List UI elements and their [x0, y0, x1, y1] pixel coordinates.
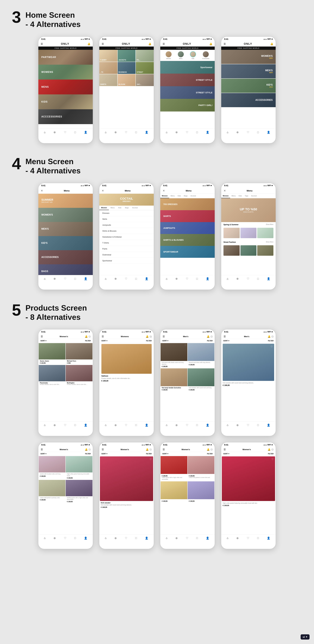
bag-nav-icon[interactable]: □: [74, 277, 76, 280]
mg-item-1[interactable]: [224, 228, 240, 238]
home-nav-icon[interactable]: ⌂: [166, 536, 168, 540]
big-cat-sportswear[interactable]: Sportswear: [160, 61, 215, 74]
search-nav-icon[interactable]: ⊕: [176, 277, 178, 280]
heart-nav-icon[interactable]: ♡: [186, 424, 188, 427]
product-card-4[interactable]: ♡ € 169,95: [188, 481, 214, 503]
gc-shirts[interactable]: SHIRTS: [99, 74, 117, 86]
bag-nav-icon[interactable]: □: [196, 277, 198, 280]
heart-nav-icon[interactable]: ♡: [247, 277, 249, 280]
product-image-large[interactable]: ♡: [100, 456, 153, 501]
tab-bags[interactable]: Bags: [123, 206, 130, 210]
mc-accessories[interactable]: ACCESSORIES: [38, 250, 93, 264]
dc-womens[interactable]: WOMEN'S NEW: [221, 50, 276, 64]
home-nav-icon[interactable]: ⌂: [105, 131, 106, 134]
heart-icon[interactable]: ♡: [62, 481, 64, 483]
tab-menu[interactable]: Menu: [230, 194, 237, 198]
ml-shirts-blouses[interactable]: Shirts & Blouses: [99, 228, 154, 234]
heart-nav-icon[interactable]: ♡: [247, 131, 249, 134]
cn-women[interactable]: Women: [166, 51, 172, 59]
dc-accessories[interactable]: ACCESSORIES: [221, 93, 276, 107]
hamburger-icon[interactable]: ☰: [163, 448, 165, 451]
bag-nav-icon[interactable]: □: [196, 424, 198, 427]
home-nav-icon[interactable]: ⌂: [227, 536, 228, 540]
profile-nav-icon[interactable]: 👤: [84, 277, 87, 280]
filter-button[interactable]: FILTER: [207, 340, 212, 342]
heart-icon[interactable]: ♡: [270, 345, 273, 348]
product-card-2[interactable]: ♡ High collar jacket featuring removable…: [66, 456, 92, 480]
category-womens[interactable]: WOMENS: [38, 65, 93, 80]
heart-nav-icon[interactable]: ♡: [125, 131, 127, 134]
gc-tshirt[interactable]: T-SHIRT: [99, 50, 117, 62]
profile-nav-icon[interactable]: 👤: [206, 424, 209, 427]
heart-nav-icon[interactable]: ♡: [64, 536, 66, 540]
tab-accesd[interactable]: Accesd: [189, 194, 198, 198]
heart-nav-icon[interactable]: ♡: [247, 536, 249, 540]
tab-tags[interactable]: Tags: [243, 194, 250, 198]
hamburger-icon[interactable]: ☰: [163, 42, 165, 45]
heart-nav-icon[interactable]: ♡: [186, 277, 188, 280]
bag-nav-icon[interactable]: □: [135, 424, 137, 427]
profile-nav-icon[interactable]: 👤: [84, 424, 87, 427]
hamburger-icon[interactable]: ☰: [163, 335, 165, 338]
big-cat-party[interactable]: PARTY GIRL!: [160, 99, 215, 112]
cn-kids[interactable]: Kids: [190, 51, 196, 59]
category-accessories[interactable]: ACCCESSORIES: [38, 109, 93, 124]
tab-women[interactable]: Women: [160, 194, 169, 198]
bag-nav-icon[interactable]: □: [74, 424, 76, 427]
bell-icon[interactable]: 🔔: [268, 448, 270, 451]
hamburger-icon[interactable]: ☰: [102, 335, 104, 338]
profile-nav-icon[interactable]: 👤: [84, 131, 87, 134]
calendar-icon[interactable]: □: [272, 448, 273, 451]
home-nav-icon[interactable]: ⌂: [44, 536, 46, 540]
heart-nav-icon[interactable]: ♡: [186, 536, 188, 540]
filter-button[interactable]: FILTER: [85, 340, 91, 342]
close-icon[interactable]: ✕: [102, 189, 104, 192]
profile-nav-icon[interactable]: 👤: [145, 424, 148, 427]
bag-nav-icon[interactable]: □: [135, 131, 137, 134]
product-card-3[interactable]: ♡ Cotton twill jacket in primary color. …: [39, 480, 66, 503]
filter-button[interactable]: FILTER: [268, 453, 274, 455]
heart-icon[interactable]: ♡: [212, 369, 214, 372]
bag-nav-icon[interactable]: □: [196, 131, 198, 134]
gc-ts[interactable]: ..TS: [99, 62, 117, 74]
heart-icon[interactable]: ♡: [150, 336, 152, 338]
notification-icon[interactable]: 🔔: [209, 42, 212, 45]
filter-button[interactable]: FILTER: [207, 453, 212, 455]
gc-pa[interactable]: PA...: [136, 50, 154, 62]
ml-jumpsuits[interactable]: Jumpsuits: [99, 222, 154, 228]
filter-button[interactable]: FILTER: [268, 340, 274, 342]
heart-icon[interactable]: ♡: [184, 344, 186, 346]
calendar-icon[interactable]: □: [89, 335, 90, 338]
ml-skirts[interactable]: Skirts: [99, 216, 154, 222]
heart-icon[interactable]: ♡: [272, 458, 274, 461]
profile-nav-icon[interactable]: 👤: [206, 536, 209, 540]
product-card-4[interactable]: ♡ Ruffled jacket with a high collar and …: [66, 480, 92, 503]
ic-skirts[interactable]: SKIRTS: [160, 210, 215, 222]
ic-70s[interactable]: 70S DRESSES: [160, 198, 215, 210]
heart-nav-icon[interactable]: ♡: [125, 277, 127, 280]
profile-nav-icon[interactable]: 👤: [145, 536, 148, 540]
search-nav-icon[interactable]: ⊕: [176, 424, 178, 427]
bell-icon[interactable]: 🔔: [146, 448, 149, 451]
tab-accesd[interactable]: Accesd: [250, 194, 258, 198]
ml-sweatwear[interactable]: Sweatwear & Knitwear: [99, 234, 154, 240]
product-card-3[interactable]: ♡ Hot body femble Geriveline € 169,95: [160, 368, 187, 392]
home-nav-icon[interactable]: ⌂: [105, 277, 106, 280]
search-nav-icon[interactable]: ⊕: [236, 131, 238, 134]
heart-icon[interactable]: ♡: [212, 344, 214, 346]
hamburger-icon[interactable]: ☰: [102, 42, 104, 45]
profile-nav-icon[interactable]: 👤: [145, 277, 148, 280]
profile-nav-icon[interactable]: 👤: [84, 536, 87, 540]
category-mens[interactable]: MENS: [38, 80, 93, 94]
heart-nav-icon[interactable]: ♡: [125, 536, 127, 540]
ml-sportswear[interactable]: Sportswear: [99, 258, 154, 264]
sort-button[interactable]: SORT ▾: [223, 453, 229, 455]
profile-nav-icon[interactable]: 👤: [267, 131, 270, 134]
cn-accessories[interactable]: Accessories: [202, 51, 210, 59]
sort-button[interactable]: SORT ▾: [102, 340, 107, 342]
ic-shirts-blouses[interactable]: SHIRTS & BLOUSES: [160, 234, 215, 246]
search-nav-icon[interactable]: ⊕: [54, 536, 56, 540]
home-nav-icon[interactable]: ⌂: [44, 131, 46, 134]
bag-nav-icon[interactable]: □: [257, 536, 259, 540]
bag-nav-icon[interactable]: □: [196, 536, 198, 540]
